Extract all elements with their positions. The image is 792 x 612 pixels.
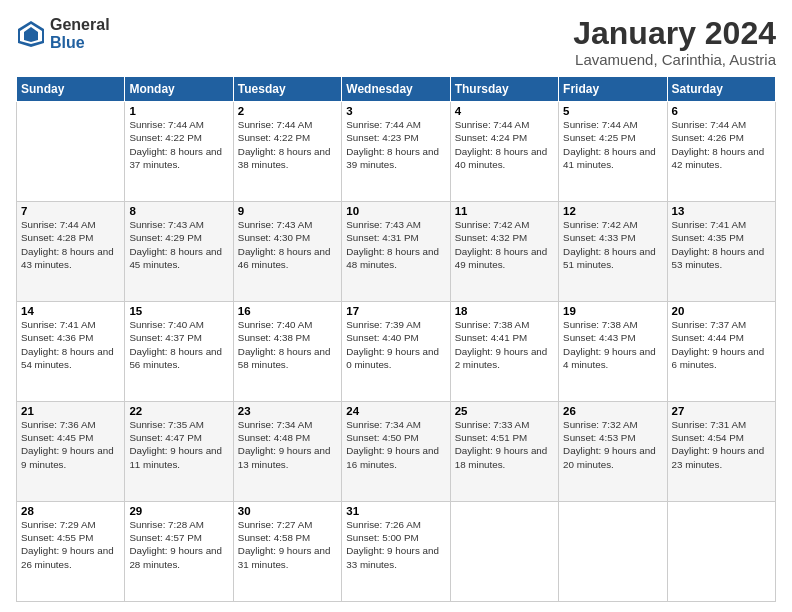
day-detail: Sunrise: 7:32 AMSunset: 4:53 PMDaylight:…	[563, 418, 662, 471]
table-row: 5Sunrise: 7:44 AMSunset: 4:25 PMDaylight…	[559, 102, 667, 202]
day-detail: Sunrise: 7:42 AMSunset: 4:33 PMDaylight:…	[563, 218, 662, 271]
day-number: 9	[238, 205, 337, 217]
table-row: 16Sunrise: 7:40 AMSunset: 4:38 PMDayligh…	[233, 302, 341, 402]
table-row: 22Sunrise: 7:35 AMSunset: 4:47 PMDayligh…	[125, 402, 233, 502]
day-detail: Sunrise: 7:33 AMSunset: 4:51 PMDaylight:…	[455, 418, 554, 471]
calendar-header-row: Sunday Monday Tuesday Wednesday Thursday…	[17, 77, 776, 102]
day-detail: Sunrise: 7:34 AMSunset: 4:48 PMDaylight:…	[238, 418, 337, 471]
day-number: 24	[346, 405, 445, 417]
page-title: January 2024	[573, 16, 776, 51]
day-detail: Sunrise: 7:28 AMSunset: 4:57 PMDaylight:…	[129, 518, 228, 571]
day-detail: Sunrise: 7:39 AMSunset: 4:40 PMDaylight:…	[346, 318, 445, 371]
day-detail: Sunrise: 7:44 AMSunset: 4:23 PMDaylight:…	[346, 118, 445, 171]
table-row: 11Sunrise: 7:42 AMSunset: 4:32 PMDayligh…	[450, 202, 558, 302]
calendar-table: Sunday Monday Tuesday Wednesday Thursday…	[16, 76, 776, 602]
table-row: 31Sunrise: 7:26 AMSunset: 5:00 PMDayligh…	[342, 502, 450, 602]
table-row	[17, 102, 125, 202]
day-number: 7	[21, 205, 120, 217]
table-row: 23Sunrise: 7:34 AMSunset: 4:48 PMDayligh…	[233, 402, 341, 502]
table-row: 13Sunrise: 7:41 AMSunset: 4:35 PMDayligh…	[667, 202, 775, 302]
table-row: 12Sunrise: 7:42 AMSunset: 4:33 PMDayligh…	[559, 202, 667, 302]
day-detail: Sunrise: 7:36 AMSunset: 4:45 PMDaylight:…	[21, 418, 120, 471]
table-row: 10Sunrise: 7:43 AMSunset: 4:31 PMDayligh…	[342, 202, 450, 302]
table-row: 29Sunrise: 7:28 AMSunset: 4:57 PMDayligh…	[125, 502, 233, 602]
calendar-week-row: 7Sunrise: 7:44 AMSunset: 4:28 PMDaylight…	[17, 202, 776, 302]
day-number: 3	[346, 105, 445, 117]
day-detail: Sunrise: 7:44 AMSunset: 4:22 PMDaylight:…	[129, 118, 228, 171]
table-row: 24Sunrise: 7:34 AMSunset: 4:50 PMDayligh…	[342, 402, 450, 502]
day-number: 1	[129, 105, 228, 117]
day-detail: Sunrise: 7:41 AMSunset: 4:36 PMDaylight:…	[21, 318, 120, 371]
table-row: 1Sunrise: 7:44 AMSunset: 4:22 PMDaylight…	[125, 102, 233, 202]
day-detail: Sunrise: 7:43 AMSunset: 4:29 PMDaylight:…	[129, 218, 228, 271]
day-number: 17	[346, 305, 445, 317]
day-number: 25	[455, 405, 554, 417]
day-number: 23	[238, 405, 337, 417]
day-number: 5	[563, 105, 662, 117]
table-row: 19Sunrise: 7:38 AMSunset: 4:43 PMDayligh…	[559, 302, 667, 402]
day-number: 31	[346, 505, 445, 517]
day-detail: Sunrise: 7:34 AMSunset: 4:50 PMDaylight:…	[346, 418, 445, 471]
day-detail: Sunrise: 7:29 AMSunset: 4:55 PMDaylight:…	[21, 518, 120, 571]
header-friday: Friday	[559, 77, 667, 102]
day-detail: Sunrise: 7:26 AMSunset: 5:00 PMDaylight:…	[346, 518, 445, 571]
logo-general-text: General	[50, 16, 110, 34]
day-detail: Sunrise: 7:44 AMSunset: 4:25 PMDaylight:…	[563, 118, 662, 171]
header: General Blue January 2024 Lavamuend, Car…	[16, 16, 776, 68]
calendar-week-row: 28Sunrise: 7:29 AMSunset: 4:55 PMDayligh…	[17, 502, 776, 602]
table-row: 26Sunrise: 7:32 AMSunset: 4:53 PMDayligh…	[559, 402, 667, 502]
table-row: 14Sunrise: 7:41 AMSunset: 4:36 PMDayligh…	[17, 302, 125, 402]
table-row: 17Sunrise: 7:39 AMSunset: 4:40 PMDayligh…	[342, 302, 450, 402]
table-row: 2Sunrise: 7:44 AMSunset: 4:22 PMDaylight…	[233, 102, 341, 202]
calendar-week-row: 14Sunrise: 7:41 AMSunset: 4:36 PMDayligh…	[17, 302, 776, 402]
day-number: 22	[129, 405, 228, 417]
table-row: 4Sunrise: 7:44 AMSunset: 4:24 PMDaylight…	[450, 102, 558, 202]
day-detail: Sunrise: 7:41 AMSunset: 4:35 PMDaylight:…	[672, 218, 771, 271]
day-detail: Sunrise: 7:38 AMSunset: 4:41 PMDaylight:…	[455, 318, 554, 371]
day-number: 21	[21, 405, 120, 417]
day-detail: Sunrise: 7:44 AMSunset: 4:22 PMDaylight:…	[238, 118, 337, 171]
table-row: 15Sunrise: 7:40 AMSunset: 4:37 PMDayligh…	[125, 302, 233, 402]
header-thursday: Thursday	[450, 77, 558, 102]
table-row: 21Sunrise: 7:36 AMSunset: 4:45 PMDayligh…	[17, 402, 125, 502]
page-subtitle: Lavamuend, Carinthia, Austria	[573, 51, 776, 68]
table-row	[559, 502, 667, 602]
day-detail: Sunrise: 7:40 AMSunset: 4:38 PMDaylight:…	[238, 318, 337, 371]
logo-icon	[16, 19, 46, 49]
day-number: 6	[672, 105, 771, 117]
table-row: 8Sunrise: 7:43 AMSunset: 4:29 PMDaylight…	[125, 202, 233, 302]
day-number: 26	[563, 405, 662, 417]
table-row: 7Sunrise: 7:44 AMSunset: 4:28 PMDaylight…	[17, 202, 125, 302]
table-row: 28Sunrise: 7:29 AMSunset: 4:55 PMDayligh…	[17, 502, 125, 602]
day-number: 20	[672, 305, 771, 317]
table-row: 9Sunrise: 7:43 AMSunset: 4:30 PMDaylight…	[233, 202, 341, 302]
day-detail: Sunrise: 7:43 AMSunset: 4:31 PMDaylight:…	[346, 218, 445, 271]
day-detail: Sunrise: 7:44 AMSunset: 4:28 PMDaylight:…	[21, 218, 120, 271]
day-number: 16	[238, 305, 337, 317]
logo-blue-text: Blue	[50, 34, 110, 52]
day-number: 30	[238, 505, 337, 517]
day-detail: Sunrise: 7:42 AMSunset: 4:32 PMDaylight:…	[455, 218, 554, 271]
header-monday: Monday	[125, 77, 233, 102]
header-wednesday: Wednesday	[342, 77, 450, 102]
day-detail: Sunrise: 7:44 AMSunset: 4:24 PMDaylight:…	[455, 118, 554, 171]
day-detail: Sunrise: 7:43 AMSunset: 4:30 PMDaylight:…	[238, 218, 337, 271]
day-number: 29	[129, 505, 228, 517]
table-row: 30Sunrise: 7:27 AMSunset: 4:58 PMDayligh…	[233, 502, 341, 602]
day-detail: Sunrise: 7:37 AMSunset: 4:44 PMDaylight:…	[672, 318, 771, 371]
table-row	[450, 502, 558, 602]
day-number: 10	[346, 205, 445, 217]
header-saturday: Saturday	[667, 77, 775, 102]
day-detail: Sunrise: 7:40 AMSunset: 4:37 PMDaylight:…	[129, 318, 228, 371]
day-detail: Sunrise: 7:35 AMSunset: 4:47 PMDaylight:…	[129, 418, 228, 471]
day-number: 2	[238, 105, 337, 117]
table-row: 3Sunrise: 7:44 AMSunset: 4:23 PMDaylight…	[342, 102, 450, 202]
table-row: 25Sunrise: 7:33 AMSunset: 4:51 PMDayligh…	[450, 402, 558, 502]
calendar-week-row: 1Sunrise: 7:44 AMSunset: 4:22 PMDaylight…	[17, 102, 776, 202]
header-tuesday: Tuesday	[233, 77, 341, 102]
page: General Blue January 2024 Lavamuend, Car…	[0, 0, 792, 612]
day-number: 28	[21, 505, 120, 517]
calendar-week-row: 21Sunrise: 7:36 AMSunset: 4:45 PMDayligh…	[17, 402, 776, 502]
day-number: 15	[129, 305, 228, 317]
table-row: 6Sunrise: 7:44 AMSunset: 4:26 PMDaylight…	[667, 102, 775, 202]
